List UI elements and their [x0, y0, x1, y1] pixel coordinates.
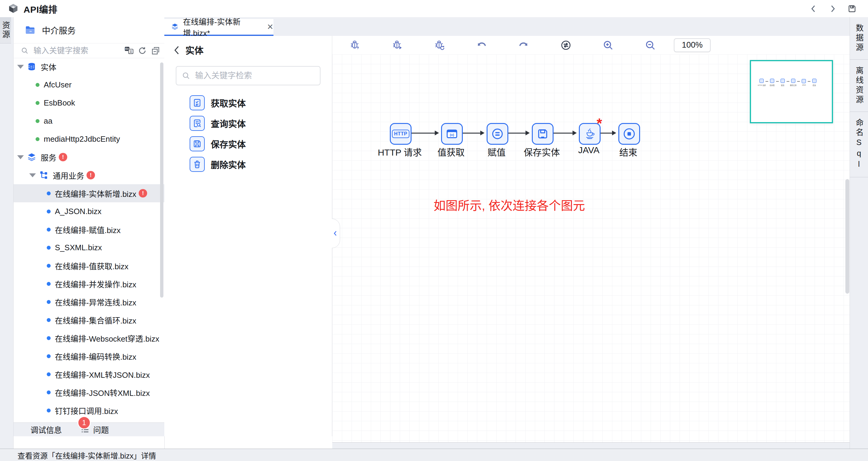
status-dot: [36, 137, 39, 141]
tree-item[interactable]: 钉钉接口调用.bizx: [13, 401, 164, 420]
tree-item[interactable]: 在线编排-Websocket穿透.bizx: [13, 329, 164, 347]
trash-icon: [190, 157, 205, 172]
minimap-connector: [808, 81, 810, 82]
flow-node-label: 保存实体: [524, 145, 560, 158]
debug-info-button[interactable]: 调试信息: [30, 424, 62, 435]
tree-item[interactable]: 在线编排-XML转JSON.bizx: [13, 365, 164, 383]
zoom-out-icon[interactable]: [644, 39, 656, 51]
tab-label: 在线编排-实体新增.bizx*: [183, 16, 261, 38]
palette-item-查询实体[interactable]: 查询实体: [164, 113, 332, 133]
tree-item-label: 在线编排-Websocket穿透.bizx: [55, 333, 159, 344]
tree-item[interactable]: A_JSON.bizx: [13, 202, 164, 220]
tree-item-label: 在线编排-XML转JSON.bizx: [55, 369, 150, 380]
rail-tab-数据源[interactable]: 数据源: [850, 17, 868, 60]
title-bar: API编排: [0, 0, 868, 18]
tab-active-document[interactable]: 在线编排-实体新增.bizx* ✕: [164, 19, 274, 36]
tree-item-label: 在线编排-集合循环.bizx: [55, 314, 136, 326]
tree-group-服务[interactable]: 服务!: [13, 148, 164, 166]
tree-item[interactable]: 在线编排-值获取.bizx: [13, 256, 164, 275]
zoom-level-indicator[interactable]: 100%: [674, 38, 711, 52]
palette-item-label: 删除实体: [211, 158, 246, 171]
caret-down-icon[interactable]: [17, 155, 24, 159]
tree-item[interactable]: EsbBook: [13, 94, 164, 112]
translate-icon[interactable]: En文: [125, 46, 133, 55]
tree-item[interactable]: 在线编排-编码转换.bizx: [13, 347, 164, 365]
rail-tab-命名Sql[interactable]: 命名Sql: [850, 112, 868, 177]
tab-bar: 在线编排-实体新增.bizx* ✕: [164, 17, 849, 36]
svg-text:文: 文: [129, 50, 133, 53]
status-dot: [47, 300, 51, 304]
palette-item-保存实体[interactable]: 保存实体: [164, 133, 332, 154]
minimap[interactable]: HTTP 请求值获取赋值保存实体JAVA结束: [750, 60, 833, 123]
minimap-node: HTTP 请求: [758, 79, 766, 87]
tree-item-label: 实体: [41, 61, 56, 72]
tree-item[interactable]: 在线编排-JSON转XML.bizx: [13, 383, 164, 401]
minimap-node-shape: [781, 79, 785, 83]
sync-circle-icon[interactable]: [560, 39, 572, 51]
debug-flash-icon[interactable]: [349, 39, 361, 51]
rail-tab-离线资源[interactable]: 离线资源: [850, 60, 868, 112]
back-chevron-icon[interactable]: [173, 45, 180, 54]
status-text: 查看资源「在线编排-实体新增.bizx」详情: [18, 450, 156, 461]
close-icon[interactable]: ✕: [267, 22, 274, 32]
flow-node-label: JAVA: [578, 145, 600, 155]
flow-node-赋值[interactable]: [487, 123, 508, 145]
flow-node-保存实体[interactable]: [532, 123, 554, 145]
flow-node-结束[interactable]: [618, 123, 640, 145]
stop-circle-icon: [623, 127, 636, 140]
resource-search-input[interactable]: [33, 46, 125, 56]
save-icon[interactable]: [847, 4, 857, 13]
palette-panel: 实体 获取实体查询实体保存实体删除实体: [164, 36, 332, 436]
flow-node-label: 结束: [619, 145, 638, 158]
tree-item[interactable]: 在线编排-集合循环.bizx: [13, 311, 164, 329]
refresh-icon[interactable]: [138, 46, 147, 55]
canvas-vertical-scrollbar[interactable]: [845, 179, 849, 294]
tree-item-label: AfcUser: [44, 80, 71, 90]
canvas-grid[interactable]: 如图所示, 依次连接各个图元 HTTP 请求值获取赋值保存实体JAVA结束 HT…: [332, 54, 849, 442]
flow-connector: [411, 133, 435, 133]
chevron-right-icon[interactable]: [828, 4, 837, 13]
canvas-bottom-strip: [332, 442, 849, 449]
zoom-in-icon[interactable]: [602, 39, 614, 51]
palette-item-删除实体[interactable]: 删除实体: [164, 154, 332, 175]
palette-item-label: 获取实体: [211, 96, 246, 109]
rail-tab-resources[interactable]: 资源: [0, 17, 11, 43]
app-title: API编排: [24, 2, 58, 16]
minimap-node-shape: [770, 79, 774, 83]
minimap-connector: [786, 81, 789, 82]
tree-item-label: S_SXML.bizx: [55, 243, 102, 252]
flow-node-HTTP 请求[interactable]: HTTP: [390, 123, 411, 145]
required-asterisk: *: [597, 116, 602, 130]
redo-icon[interactable]: [518, 39, 530, 51]
tree-group-实体[interactable]: 实体: [13, 58, 164, 76]
tree-item[interactable]: 在线编排-赋值.bizx: [13, 220, 164, 239]
flow-connector: [463, 133, 480, 133]
chevron-left-icon[interactable]: [809, 4, 818, 13]
collapse-all-icon[interactable]: [151, 46, 160, 55]
minimap-connector: [776, 81, 779, 82]
flow-node-值获取[interactable]: (x): [441, 123, 463, 145]
problems-count-badge: 1: [78, 416, 91, 429]
folder-icon: [24, 24, 36, 36]
tree-item[interactable]: 在线编排-实体新增.bizx!: [13, 184, 164, 202]
tree-group-通用业务[interactable]: 通用业务!: [13, 166, 164, 184]
minimap-node-label: 赋值: [781, 84, 784, 86]
debug-restart-icon[interactable]: [433, 39, 445, 51]
caret-down-icon[interactable]: [29, 173, 36, 177]
tree-item[interactable]: AfcUser: [13, 76, 164, 94]
palette-item-获取实体[interactable]: 获取实体: [164, 93, 332, 113]
tree-scrollbar[interactable]: [160, 62, 163, 298]
tree-item[interactable]: 在线编排-并发操作.bizx: [13, 275, 164, 293]
panel-collapse-handle[interactable]: [332, 219, 340, 248]
tree-item[interactable]: S_SXML.bizx: [13, 239, 164, 256]
undo-icon[interactable]: [475, 39, 488, 51]
tree-item[interactable]: aa: [13, 112, 164, 130]
status-dot: [47, 264, 51, 268]
app-window: API编排 资源 中介服务: [0, 0, 868, 461]
tree-item[interactable]: 在线编排-异常连线.bizx: [13, 293, 164, 311]
palette-search-input[interactable]: [194, 71, 320, 81]
tree-item[interactable]: mediaHttp2JdbcEntity: [13, 130, 164, 148]
minimap-node: 结束: [810, 79, 818, 87]
debug-run-icon[interactable]: [391, 39, 403, 51]
caret-down-icon[interactable]: [17, 65, 24, 69]
